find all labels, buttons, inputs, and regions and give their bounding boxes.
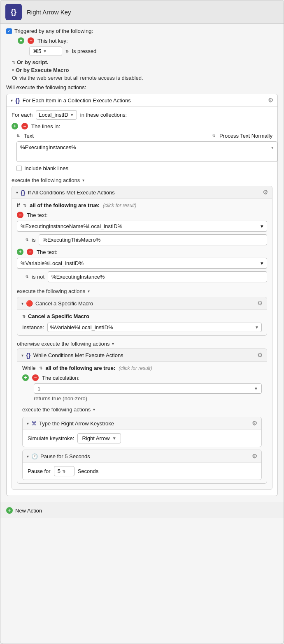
if-all-gear-icon[interactable]: ⚙ [263,189,268,196]
instance-row: Instance: %Variable%Local_instID% ▼ [22,323,262,332]
if-all-chevron[interactable]: ▾ [16,190,18,195]
while-title: While Conditions Met Execute Actions [33,352,123,358]
otherwise-chevron: ▾ [112,342,114,346]
while-execute-row: execute the following actions ▾ [22,405,262,414]
remove-calc-button[interactable]: − [32,374,39,381]
cancel-updown: ⇅ [22,314,26,319]
all-of-following-label: all of the following are true: [30,202,100,208]
while-updown: ⇅ [39,366,42,370]
hotkey-input[interactable]: ⌘5 ▼ [29,46,62,56]
calc-dropdown-arrow: ▼ [254,386,258,391]
keystroke-value: Right Arrow [82,435,109,441]
triggered-label: Triggered by any of the following: [14,28,93,34]
seconds-label: Seconds [78,468,99,474]
remove-trigger-button[interactable]: − [28,37,34,44]
text-value-2-box[interactable]: %Variable%Local_instID% ▾ [17,258,267,269]
add-calc-button[interactable]: + [22,374,29,381]
pause-gear-icon[interactable]: ⚙ [252,452,257,460]
main-content: Triggered by any of the following: + − T… [0,24,284,503]
keystroke-cmd-icon: ⌘ [31,420,37,427]
while-icon: {} [26,352,31,359]
calc-input-box[interactable]: 1 ▼ [34,383,262,394]
add-lines-button[interactable]: + [12,123,18,129]
executing-instances-input[interactable]: %ExecutingInstances% ▾ [16,141,277,162]
cancel-chevron[interactable]: ▾ [21,301,23,306]
while-click-result[interactable]: (click for result) [119,365,152,371]
updown-arrows: ⇅ [65,49,69,53]
pause-block: ▾ 🕐 Pause for 5 Seconds ⚙ Pause f [22,450,262,480]
the-text-2-label: The text: [37,249,58,255]
remove-cond2-button[interactable]: − [27,249,33,255]
text-process-row: ⇅ Text ⇅ Process Text Normally [16,133,272,139]
pause-title-group: ▾ 🕐 Pause for 5 Seconds [27,453,90,459]
add-cond2-button[interactable]: + [17,249,23,255]
new-action-bar: + New Action [0,503,284,518]
returns-true-label: returns true (non-zero) [34,395,262,402]
text-value-1-chevron: ▾ [261,223,263,229]
instance-select[interactable]: %Variable%Local_instID% ▼ [47,323,262,332]
lines-in-row: + − The lines in: [12,123,272,129]
include-blank-label: Include blank lines [24,165,68,171]
is-pressed-label: is pressed [72,48,96,54]
text-value-1: %ExecutingInstanceName%Local_instID% [21,223,122,229]
while-gear-icon[interactable]: ⚙ [257,351,263,359]
for-each-variable-select[interactable]: Local_instID ▼ [36,110,77,120]
process-updown: ⇅ [212,134,215,138]
while-chevron[interactable]: ▾ [21,353,23,358]
new-action-plus-icon[interactable]: + [6,507,13,514]
text-input-chevron: ▾ [271,145,274,150]
pause-title: Pause for 5 Seconds [40,453,90,459]
text-value-2: %Variable%Local_instID% [21,260,84,266]
pause-updown: ⇅ [62,469,65,473]
include-blank-row: Include blank lines [16,165,272,171]
cancel-macro-gear-icon[interactable]: ⚙ [257,300,263,307]
pause-value-input[interactable]: 5 ⇅ [54,466,74,476]
or-by-macro-row[interactable]: ▾ Or by Execute Macro [12,67,278,73]
execute-following-row: execute the following actions ▾ [12,175,272,186]
calc-value: 1 [37,385,40,392]
cancel-macro-header: ▾ 🔴 Cancel a Specific Macro ⚙ [17,297,267,310]
pause-clock-icon: 🕐 [31,453,38,459]
triggered-checkbox[interactable] [6,28,12,34]
if-all-title-group: ▾ {} If All Conditions Met Execute Actio… [16,189,115,196]
is-not-value-box[interactable]: %ExecutingInstance% [48,271,267,282]
keystroke-title-group: ▾ ⌘ Type the Right Arrow Keystroke [27,420,114,427]
hotkey-row: + − This hot key: [18,37,278,44]
keystroke-chevron[interactable]: ▾ [27,421,29,426]
while-block: ▾ {} While Conditions Met Execute Action… [17,349,267,484]
macro-chevron: ▾ [12,68,14,72]
keystroke-gear-icon[interactable]: ⚙ [252,420,257,427]
if-label: If [17,202,20,208]
hotkey-label: This hot key: [37,38,68,44]
for-each-gear-icon[interactable]: ⚙ [268,97,273,104]
remove-lines-button[interactable]: − [21,123,28,129]
if-condition-row: If ⇅ all of the following are true: (cli… [17,202,267,208]
text-value-1-box[interactable]: %ExecutingInstanceName%Local_instID% ▾ [17,221,267,232]
hotkey-value: ⌘5 [33,48,41,54]
cancel-macro-title-group: ▾ 🔴 Cancel a Specific Macro [21,300,93,307]
for-each-title: For Each Item in a Collection Execute Ac… [23,97,131,104]
include-blank-checkbox[interactable] [16,166,22,171]
is-not-value: %ExecutingInstance% [51,274,105,280]
keystroke-body: Simulate keystroke: Right Arrow ▼ [23,430,261,447]
otherwise-label: otherwise execute the following actions [17,341,109,347]
remove-cond1-button[interactable]: − [17,212,23,218]
will-execute-label: Will execute the following actions: [6,84,278,90]
for-each-label: For each [12,112,33,118]
click-result-label[interactable]: (click for result) [103,203,136,208]
for-each-chevron[interactable]: ▾ [11,98,13,103]
new-action-label[interactable]: New Action [15,508,42,514]
pause-chevron[interactable]: ▾ [27,454,29,459]
page-title: Right Arrow Key [27,9,279,16]
is-value-box[interactable]: %ExecutingThisMacro% [39,234,267,245]
if-all-header: ▾ {} If All Conditions Met Execute Actio… [12,186,272,199]
the-text-1-label: The text: [27,212,48,218]
pause-for-label: Pause for [28,468,51,474]
condition-2-row: + − The text: [17,249,267,255]
instance-label: Instance: [22,324,44,330]
keystroke-select[interactable]: Right Arrow ▼ [77,433,121,443]
or-by-script-row[interactable]: ⇅ Or by script. [12,59,278,65]
add-trigger-button[interactable]: + [18,37,24,44]
app-window: {} Right Arrow Key Triggered by any of t… [0,0,284,644]
cancel-specific-label: Cancel a Specific Macro [28,313,89,319]
